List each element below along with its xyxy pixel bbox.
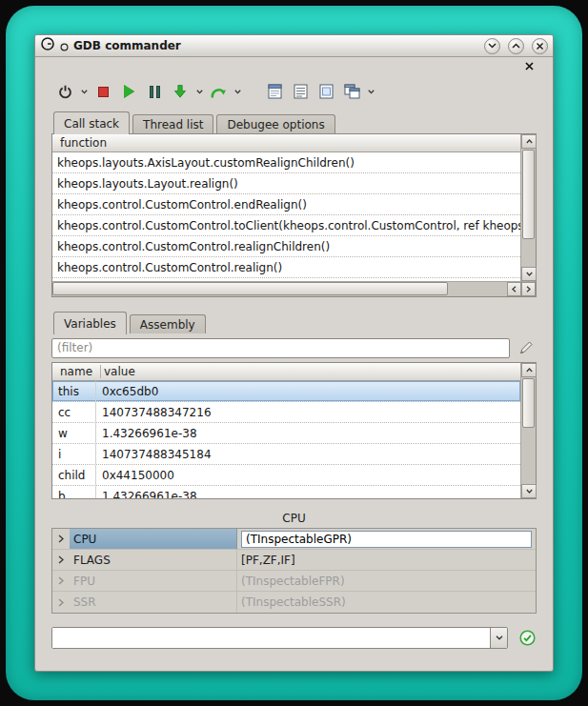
- step-over-button[interactable]: [207, 79, 230, 104]
- cpu-row-value: [PF,ZF,IF]: [237, 550, 536, 570]
- expand-chevron-icon[interactable]: [52, 529, 70, 549]
- tab-call-stack[interactable]: Call stack: [53, 111, 130, 134]
- cpu-row-name: FLAGS: [70, 550, 237, 570]
- cpu-row-name: CPU: [70, 529, 237, 549]
- app-badge-icon: [60, 37, 69, 55]
- column-function: function: [57, 136, 110, 150]
- variable-row[interactable]: b 1.43266961e-38: [52, 486, 520, 498]
- variables-vertical-scrollbar[interactable]: [520, 363, 536, 498]
- scrollbar-thumb[interactable]: [52, 282, 448, 295]
- step-into-button[interactable]: [169, 79, 192, 104]
- tab-variables[interactable]: Variables: [53, 312, 127, 334]
- column-name: name: [57, 365, 101, 378]
- scrollbar-thumb[interactable]: [522, 150, 535, 239]
- variable-value: 0xc65db0: [96, 381, 520, 401]
- window-list-dropdown-icon[interactable]: [366, 79, 375, 104]
- variable-value: 1.43266961e-38: [96, 423, 520, 443]
- callstack-tabbar: Call stack Thread list Debugee options: [51, 111, 537, 133]
- filter-options-icon[interactable]: [516, 340, 537, 355]
- window-list-button[interactable]: [340, 79, 363, 104]
- callstack-row[interactable]: kheops.control.CustomControl.toClient(kh…: [52, 215, 520, 236]
- expand-chevron-icon[interactable]: [52, 571, 70, 591]
- callstack-table: function kheops.layouts.AxisLayout.custo…: [51, 133, 537, 297]
- variable-row[interactable]: cc 140737488347216: [52, 402, 520, 423]
- scroll-right-button[interactable]: [521, 282, 536, 296]
- expand-chevron-icon[interactable]: [52, 592, 70, 613]
- scroll-down-button[interactable]: [521, 484, 537, 498]
- variable-name: i: [52, 444, 96, 464]
- variables-table-body: name value this 0xc65db0 cc 140737488347…: [52, 363, 520, 498]
- tab-thread-list[interactable]: Thread list: [132, 114, 213, 133]
- stop-button[interactable]: [91, 79, 114, 104]
- cpu-panel-title: CPU: [51, 509, 537, 528]
- command-row: [51, 627, 537, 649]
- callstack-horizontal-scrollbar[interactable]: [52, 281, 536, 296]
- cpu-row[interactable]: SSR (TInspectableSSR): [52, 592, 536, 613]
- scroll-up-button[interactable]: [521, 134, 537, 149]
- cpu-value-field[interactable]: [241, 531, 532, 548]
- power-button[interactable]: [53, 79, 76, 104]
- minimize-button[interactable]: [484, 38, 500, 54]
- cpu-inspector-panel: CPU CPU FLAGS [PF,ZF,IF] FPU: [51, 509, 537, 614]
- command-input[interactable]: [52, 628, 490, 648]
- cpu-row-value: (TInspectableFPR): [237, 571, 536, 591]
- accept-command-button[interactable]: [517, 630, 537, 646]
- run-button[interactable]: [117, 79, 140, 104]
- variable-row[interactable]: w 1.43266961e-38: [52, 423, 520, 444]
- dock-content: Call stack Thread list Debugee options f…: [35, 57, 553, 671]
- scroll-down-button[interactable]: [521, 267, 537, 281]
- dock-close-icon[interactable]: [521, 59, 537, 72]
- callstack-vertical-scrollbar[interactable]: [520, 134, 536, 281]
- callstack-row[interactable]: kheops.control.CustomControl.realign(): [52, 257, 520, 278]
- close-button[interactable]: [532, 38, 548, 54]
- callstack-row[interactable]: kheops.control.CustomControl.endRealign(…: [52, 194, 520, 215]
- titlebar[interactable]: GDB commander: [35, 35, 553, 57]
- power-dropdown-icon[interactable]: [79, 79, 89, 104]
- list-button[interactable]: [289, 79, 312, 104]
- scroll-left-button[interactable]: [507, 282, 521, 296]
- watch-window-button[interactable]: [314, 79, 337, 104]
- column-value: value: [101, 365, 138, 378]
- callstack-table-body: function kheops.layouts.AxisLayout.custo…: [52, 134, 520, 281]
- expand-chevron-icon[interactable]: [52, 550, 70, 570]
- variable-row[interactable]: child 0x44150000: [52, 465, 520, 486]
- callstack-row[interactable]: kheops.layouts.Layout.realign(): [52, 173, 520, 194]
- pane-splitter[interactable]: [51, 297, 537, 311]
- variables-column-header[interactable]: name value: [52, 363, 520, 381]
- tab-debugee-options[interactable]: Debugee options: [216, 114, 335, 133]
- cpu-row[interactable]: FPU (TInspectableFPR): [52, 571, 536, 592]
- app-icon[interactable]: [40, 36, 55, 55]
- variable-value: 1.43266961e-38: [96, 486, 520, 498]
- variable-name: this: [52, 381, 96, 401]
- step-over-dropdown-icon[interactable]: [233, 79, 242, 104]
- variable-row[interactable]: this 0xc65db0: [52, 381, 520, 402]
- source-editor-button[interactable]: [263, 79, 286, 104]
- dock-header: [51, 57, 537, 74]
- scrollbar-track[interactable]: [52, 282, 507, 296]
- cpu-row[interactable]: FLAGS [PF,ZF,IF]: [52, 550, 536, 571]
- combo-dropdown-icon[interactable]: [490, 628, 507, 648]
- variable-value: 0x44150000: [96, 465, 520, 485]
- gdb-commander-window: GDB commander: [34, 34, 554, 672]
- cpu-row-value: [237, 529, 536, 549]
- scrollbar-track[interactable]: [521, 149, 536, 267]
- pause-button[interactable]: [143, 79, 166, 104]
- step-into-dropdown-icon[interactable]: [194, 79, 204, 104]
- scrollbar-track[interactable]: [521, 377, 536, 484]
- callstack-column-header[interactable]: function: [52, 134, 520, 152]
- cpu-row[interactable]: CPU: [52, 529, 536, 550]
- filter-input[interactable]: [51, 338, 510, 358]
- scrollbar-thumb[interactable]: [522, 378, 535, 428]
- command-combobox[interactable]: [51, 627, 508, 649]
- scroll-up-button[interactable]: [521, 363, 537, 377]
- callstack-row[interactable]: kheops.layouts.AxisLayout.customRealignC…: [52, 152, 520, 173]
- variable-name: w: [52, 423, 96, 443]
- debug-toolbar: [51, 74, 537, 109]
- variable-row[interactable]: i 140737488345184: [52, 444, 520, 465]
- tab-assembly[interactable]: Assembly: [130, 314, 206, 333]
- callstack-row[interactable]: kheops.control.CustomControl.realignChil…: [52, 236, 520, 257]
- variables-tabbar: Variables Assembly: [51, 311, 537, 333]
- run-icon: [124, 85, 134, 98]
- maximize-button[interactable]: [508, 38, 524, 54]
- variables-table: name value this 0xc65db0 cc 140737488347…: [51, 362, 537, 499]
